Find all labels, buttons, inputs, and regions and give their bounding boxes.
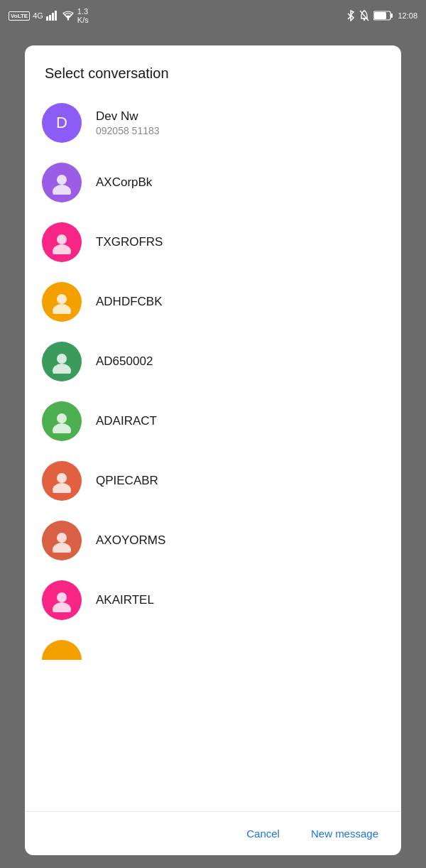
- contact-name: ADAIRACT: [96, 414, 157, 428]
- avatar-letter: D: [56, 114, 67, 132]
- conversation-list: DDev Nw092058 51183AXCorpBkTXGROFRSADHDF…: [25, 93, 401, 811]
- contact-number: 092058 51183: [96, 125, 160, 136]
- svg-point-21: [57, 473, 67, 483]
- dialog-actions: Cancel New message: [25, 811, 401, 855]
- contact-name: Dev Nw: [96, 109, 160, 124]
- status-right: 12:08: [346, 10, 417, 21]
- person-icon: [50, 290, 74, 314]
- contact-name: AXOYORMS: [96, 533, 165, 548]
- select-conversation-dialog: Select conversation DDev Nw092058 51183A…: [25, 45, 401, 855]
- status-left: VoLTE 4G 1.3K/s: [9, 7, 89, 24]
- svg-rect-1: [49, 15, 51, 21]
- conversation-item[interactable]: AD650002: [25, 332, 401, 391]
- cancel-button[interactable]: Cancel: [238, 822, 288, 845]
- svg-point-25: [57, 592, 67, 602]
- conversation-item[interactable]: QPIECABR: [25, 451, 401, 511]
- contact-info: AKAIRTEL: [96, 593, 154, 607]
- conversation-item[interactable]: ADAIRACT: [25, 391, 401, 451]
- contact-info: ADAIRACT: [96, 414, 157, 428]
- bluetooth-icon: [346, 10, 355, 21]
- conversation-item[interactable]: AXOYORMS: [25, 511, 401, 570]
- contact-avatar: [42, 580, 82, 620]
- contact-name: QPIECABR: [96, 474, 158, 488]
- notification-icon: [359, 10, 369, 21]
- new-message-button[interactable]: New message: [302, 822, 387, 845]
- battery-icon: [373, 11, 393, 21]
- svg-point-11: [57, 175, 67, 185]
- contact-info: Dev Nw092058 51183: [96, 109, 160, 136]
- status-bar: VoLTE 4G 1.3K/s: [0, 0, 426, 31]
- person-icon: [50, 349, 74, 374]
- svg-point-23: [57, 533, 67, 543]
- svg-rect-0: [46, 16, 48, 21]
- conversation-item[interactable]: [25, 630, 401, 660]
- wifi-icon: [62, 11, 75, 21]
- contact-info: AXCorpBk: [96, 175, 152, 190]
- conversation-item[interactable]: AXCorpBk: [25, 153, 401, 212]
- volte-indicator: VoLTE: [9, 11, 30, 21]
- svg-point-24: [53, 543, 71, 553]
- svg-point-12: [53, 185, 71, 195]
- person-icon: [50, 230, 74, 254]
- svg-point-17: [57, 354, 67, 364]
- contact-info: AD650002: [96, 354, 153, 369]
- svg-point-14: [53, 244, 71, 254]
- contact-avatar: [42, 521, 82, 560]
- contact-avatar: D: [42, 103, 82, 143]
- contact-avatar: [42, 222, 82, 262]
- svg-point-4: [67, 18, 69, 20]
- svg-rect-10: [390, 13, 393, 18]
- contact-avatar: [42, 401, 82, 441]
- conversation-item[interactable]: AKAIRTEL: [25, 570, 401, 630]
- person-icon: [50, 528, 74, 553]
- contact-info: QPIECABR: [96, 474, 158, 488]
- svg-rect-9: [374, 12, 386, 19]
- svg-point-20: [53, 423, 71, 433]
- svg-point-22: [53, 483, 71, 493]
- time-display: 12:08: [398, 11, 417, 20]
- person-icon: [50, 588, 74, 612]
- svg-point-19: [57, 413, 67, 423]
- contact-name: TXGROFRS: [96, 235, 163, 249]
- conversation-item[interactable]: ADHDFCBK: [25, 272, 401, 332]
- svg-rect-2: [52, 13, 54, 21]
- contact-avatar: [42, 342, 82, 381]
- svg-rect-3: [55, 11, 57, 21]
- conversation-item[interactable]: DDev Nw092058 51183: [25, 93, 401, 153]
- contact-name: AXCorpBk: [96, 175, 152, 190]
- signal-4g: 4G: [33, 11, 43, 20]
- contact-avatar: [42, 282, 82, 322]
- contact-info: ADHDFCBK: [96, 295, 163, 309]
- svg-point-6: [364, 19, 365, 21]
- signal-bars-icon: [46, 11, 59, 21]
- network-speed: 1.3K/s: [77, 7, 89, 24]
- contact-avatar: [42, 163, 82, 202]
- contact-info: TXGROFRS: [96, 235, 163, 249]
- person-icon: [50, 469, 74, 493]
- svg-point-16: [53, 304, 71, 314]
- svg-point-26: [53, 602, 71, 612]
- person-icon: [50, 170, 74, 195]
- contact-name: ADHDFCBK: [96, 295, 163, 309]
- svg-point-18: [53, 364, 71, 374]
- svg-point-13: [57, 234, 67, 244]
- svg-point-15: [57, 294, 67, 304]
- contact-info: AXOYORMS: [96, 533, 165, 548]
- dialog-title: Select conversation: [25, 45, 401, 93]
- person-icon: [50, 409, 74, 433]
- conversation-item[interactable]: TXGROFRS: [25, 212, 401, 272]
- contact-name: AD650002: [96, 354, 153, 369]
- contact-avatar: [42, 461, 82, 501]
- contact-name: AKAIRTEL: [96, 593, 154, 607]
